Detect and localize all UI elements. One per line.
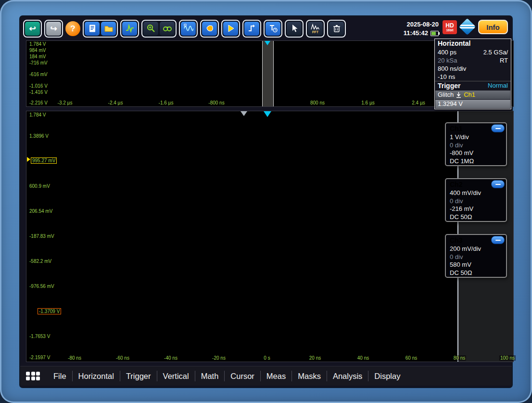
- minimize-button[interactable]: [491, 124, 505, 132]
- mask-test-button[interactable]: [202, 22, 217, 36]
- overview-trigger-marker[interactable]: [265, 41, 270, 45]
- waveform-zigzag-icon: [125, 24, 135, 33]
- menu-item-meas[interactable]: Meas: [260, 371, 291, 381]
- date-text: 2025-08-20: [404, 20, 439, 29]
- open-file-button[interactable]: [101, 22, 116, 36]
- channel-badge[interactable]: Ch2 400 mV/div 0 div -216 mV DC 50Ω: [445, 178, 507, 222]
- overview-x-label: 2.4 µs: [411, 100, 426, 105]
- main-y-label: 206.54 mV: [28, 208, 53, 214]
- undo-icon: ↩: [29, 25, 36, 33]
- trigger-type-button[interactable]: Glitch Ch1: [435, 91, 510, 99]
- hd-mode-badge: HD 16bit: [443, 20, 457, 34]
- main-x-label: 0 s: [263, 355, 271, 361]
- cursor-button[interactable]: [287, 22, 302, 36]
- zoom-in-button[interactable]: [143, 22, 158, 36]
- reference-point-marker[interactable]: [241, 111, 247, 116]
- trigger-edge-button[interactable]: [244, 22, 259, 36]
- horizontal-trigger-panel[interactable]: Horizontal 400 ps 2.5 GSa/ 20 kSa RT 800…: [434, 39, 511, 109]
- main-y-label: -2.1597 V: [28, 355, 51, 360]
- menu-item-masks[interactable]: Masks: [291, 371, 327, 381]
- menu-item-trigger[interactable]: Trigger: [120, 371, 157, 381]
- minimize-button[interactable]: [491, 236, 505, 244]
- delete-button[interactable]: [329, 22, 344, 36]
- menu-item-analysis[interactable]: Analysis: [327, 371, 368, 381]
- channel3-badge-body: 200 mV/div 0 div 580 mV DC 50Ω: [446, 245, 506, 277]
- waveform-tools-button[interactable]: [181, 22, 196, 36]
- sine-icon: [184, 24, 193, 33]
- overview-y-label: -1.016 V: [28, 83, 49, 89]
- ch1-offset-arrow[interactable]: [27, 157, 30, 162]
- acquisition-mode-value: RT: [500, 56, 508, 65]
- report-button[interactable]: [85, 22, 100, 36]
- rs-logo: [459, 18, 476, 35]
- playback-button[interactable]: [223, 22, 238, 36]
- undo-button[interactable]: ↩: [25, 22, 40, 36]
- info-button[interactable]: Info: [478, 20, 508, 34]
- menu-item-cursor[interactable]: Cursor: [224, 371, 260, 381]
- hd-sub-label: 16bit: [446, 28, 453, 32]
- main-x-label: 100 ns: [499, 355, 516, 361]
- channel-position: 0 div: [446, 142, 506, 150]
- channel2-badge-header[interactable]: Ch2: [446, 179, 506, 189]
- overview-x-label: -3.2 µs: [57, 100, 74, 105]
- binoculars-icon: [163, 24, 172, 33]
- main-graticule[interactable]: 1.784 V 1.3896 V 995.27 mV 600.9 mV 206.…: [26, 111, 514, 362]
- menu-item-display[interactable]: Display: [368, 371, 406, 381]
- signal-button[interactable]: [122, 22, 137, 36]
- channel1-badge-header[interactable]: Ch1: [446, 123, 506, 133]
- datetime-display: 2025-08-20 11:45:42: [404, 20, 439, 37]
- menu-item-file[interactable]: File: [48, 371, 72, 381]
- redo-icon: ↪: [50, 25, 57, 33]
- folder-icon: [104, 24, 114, 33]
- apps-menu-button[interactable]: [26, 372, 40, 381]
- menu-item-math[interactable]: Math: [195, 371, 225, 381]
- redo-button[interactable]: ↪: [46, 22, 61, 36]
- main-x-label: -40 ns: [163, 355, 178, 361]
- minimize-icon: [495, 128, 501, 129]
- channel3-badge-header[interactable]: Ch3: [446, 235, 506, 245]
- record-length-value: 20 kSa: [438, 56, 457, 65]
- horizontal-position-value: -10 ns: [438, 73, 455, 81]
- fft-label: FFT: [312, 30, 318, 34]
- spectrum-icon: [311, 24, 320, 30]
- trigger-type: Glitch: [438, 91, 454, 99]
- channel-offset: 580 mV: [446, 261, 506, 269]
- overview-x-label: 800 ns: [309, 100, 326, 105]
- trigger-settings-button[interactable]: [266, 22, 280, 36]
- report-icon: [88, 24, 97, 33]
- trigger-source: Ch1: [464, 91, 475, 99]
- menu-item-vertical[interactable]: Vertical: [157, 371, 195, 381]
- fft-button[interactable]: FFT: [308, 22, 323, 36]
- channel-name: Ch1: [450, 125, 462, 132]
- main-x-label: 60 ns: [405, 355, 418, 361]
- find-button[interactable]: [160, 22, 175, 36]
- battery-icon: [431, 31, 439, 36]
- channel-offset: -216 mV: [446, 205, 506, 213]
- sample-rate-value: 2.5 GSa/: [483, 48, 508, 56]
- toolbar-group-cursor: [285, 20, 304, 38]
- toolbar-group-delete: [327, 20, 346, 38]
- trigger-position-marker[interactable]: [264, 111, 271, 117]
- main-waveforms: [26, 111, 513, 362]
- channel-coupling: DC 50Ω: [446, 213, 506, 221]
- zoom-window-indicator[interactable]: [262, 41, 274, 106]
- minimize-button[interactable]: [491, 180, 505, 188]
- horizontal-panel-title: Horizontal: [435, 39, 511, 48]
- main-x-label: -20 ns: [211, 355, 227, 361]
- channel-scale: 400 mV/div: [446, 189, 506, 197]
- channel-badge[interactable]: Ch1 1 V/div 0 div -800 mV DC 1MΩ: [445, 122, 507, 166]
- toolbar-group-fft: FFT: [306, 20, 325, 38]
- trigger-clock-icon: [268, 24, 278, 33]
- channel-badge[interactable]: Ch3 200 mV/div 0 div 580 mV DC 50Ω: [445, 234, 507, 278]
- menu-bar: File Horizontal Trigger Vertical Math Cu…: [20, 366, 512, 386]
- toolbar-group-undo: ↩: [23, 20, 42, 38]
- channel2-badge-body: 400 mV/div 0 div -216 mV DC 50Ω: [446, 189, 506, 221]
- channel1-badge-body: 1 V/div 0 div -800 mV DC 1MΩ: [446, 133, 506, 165]
- overview-y-label: -2.216 V: [28, 100, 49, 105]
- channel-name: Ch3: [450, 236, 462, 244]
- help-button[interactable]: ?: [65, 21, 80, 36]
- trigger-level-button[interactable]: 1.3294 V: [435, 100, 510, 108]
- channel-scale: 200 mV/div: [446, 245, 506, 253]
- menu-item-horizontal[interactable]: Horizontal: [72, 371, 120, 381]
- minimize-icon: [495, 184, 501, 185]
